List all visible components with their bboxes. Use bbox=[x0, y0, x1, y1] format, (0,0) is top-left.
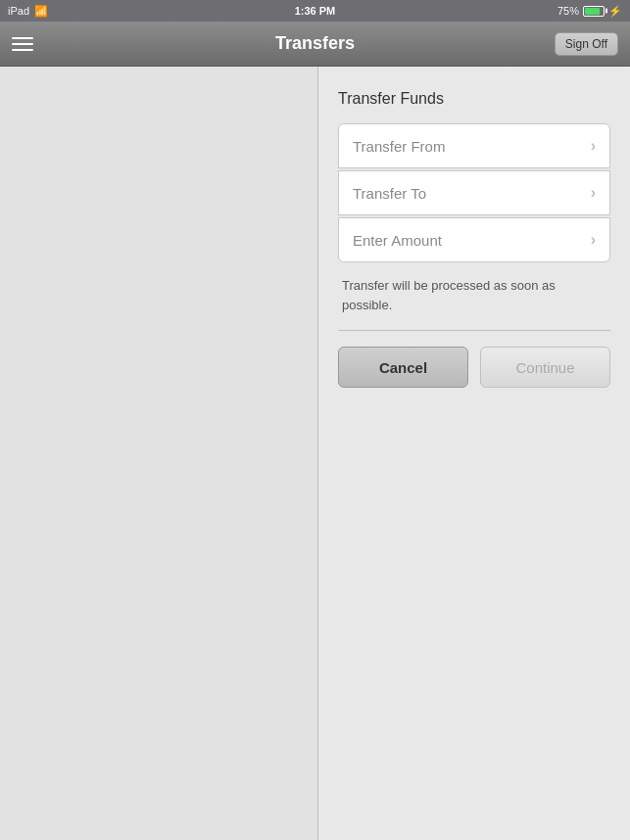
transfer-from-chevron-icon: › bbox=[591, 137, 596, 155]
nav-bar: Transfers Sign Off bbox=[0, 22, 630, 67]
enter-amount-field[interactable]: Enter Amount › bbox=[338, 217, 610, 262]
battery-indicator bbox=[583, 6, 605, 17]
action-buttons: Cancel Continue bbox=[338, 347, 610, 388]
enter-amount-label: Enter Amount bbox=[353, 232, 442, 249]
status-bar-time: 1:36 PM bbox=[295, 5, 336, 17]
divider bbox=[338, 330, 610, 331]
left-sidebar bbox=[0, 67, 318, 840]
page-title: Transfers bbox=[275, 33, 355, 54]
transfer-to-label: Transfer To bbox=[353, 185, 426, 202]
wifi-icon: 📶 bbox=[34, 5, 48, 18]
main-layout: Transfer Funds Transfer From › Transfer … bbox=[0, 67, 630, 840]
charging-icon: ⚡ bbox=[608, 5, 622, 18]
transfer-to-chevron-icon: › bbox=[591, 184, 596, 202]
transfer-from-field[interactable]: Transfer From › bbox=[338, 123, 610, 168]
battery-percent-label: 75% bbox=[557, 5, 579, 17]
continue-button: Continue bbox=[480, 347, 610, 388]
battery-fill bbox=[585, 8, 600, 15]
transfer-to-field[interactable]: Transfer To › bbox=[338, 170, 610, 215]
transfer-from-label: Transfer From bbox=[353, 138, 445, 155]
enter-amount-chevron-icon: › bbox=[591, 231, 596, 249]
notice-text: Transfer will be processed as soon as po… bbox=[338, 276, 610, 314]
status-bar: iPad 📶 1:36 PM 75% ⚡ bbox=[0, 0, 630, 22]
status-bar-left: iPad 📶 bbox=[8, 5, 48, 18]
status-bar-right: 75% ⚡ bbox=[557, 5, 622, 18]
battery-icon bbox=[583, 6, 605, 17]
right-content: Transfer Funds Transfer From › Transfer … bbox=[318, 67, 630, 840]
transfer-form-fields: Transfer From › Transfer To › Enter Amou… bbox=[338, 123, 610, 262]
section-title: Transfer Funds bbox=[338, 90, 610, 108]
cancel-button[interactable]: Cancel bbox=[338, 347, 468, 388]
sign-off-button[interactable]: Sign Off bbox=[555, 32, 618, 56]
device-label: iPad bbox=[8, 5, 29, 17]
hamburger-menu-icon[interactable] bbox=[12, 37, 33, 51]
